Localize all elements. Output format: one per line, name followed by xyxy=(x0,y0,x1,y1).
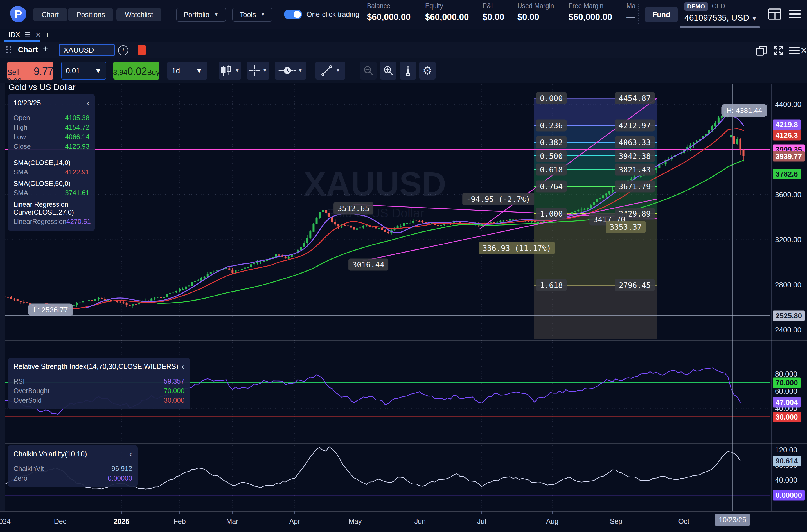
rsi-row: OverBought70.000 xyxy=(8,386,190,396)
chevron-down-icon: ▼ xyxy=(95,66,102,75)
chart-window-title: Chart xyxy=(18,45,38,54)
timeframe-dropdown[interactable]: 1d ▼ xyxy=(167,61,207,80)
stat-equity: Equity$60,000.00 xyxy=(425,2,469,22)
workspace-tab-bar: IDX ☰ ✕ + xyxy=(0,29,807,42)
fullscreen-icon[interactable] xyxy=(773,45,784,57)
app-logo[interactable]: P xyxy=(10,6,26,22)
chart-canvas[interactable]: Gold vs US Dollar XAUUSD Gold vs US Doll… xyxy=(0,83,807,532)
tab-close-icon[interactable]: ✕ xyxy=(35,31,41,39)
interval-marker-button[interactable]: ▼ xyxy=(275,61,306,80)
chaikin-row: ChaikinVlt96.912 xyxy=(8,464,138,474)
indicator-section-title: Linear Regression Curve(CLOSE,27,0) xyxy=(8,198,95,217)
nav-positions-button[interactable]: Positions xyxy=(68,8,113,21)
chaikin-info-panel: Chaikin Volatility(10,10) ‹ ChaikinVlt96… xyxy=(8,445,138,487)
demo-badge: DEMO xyxy=(685,2,708,11)
crosshair-tool-button[interactable]: ▼ xyxy=(247,61,269,80)
zoom-out-button[interactable] xyxy=(360,61,377,80)
ohlc-row: High4154.72 xyxy=(8,122,95,132)
indicator-row: LinearRegression4270.51 xyxy=(8,217,95,226)
drag-handle-icon[interactable] xyxy=(6,46,12,53)
account-id: 461097535, USD xyxy=(685,13,749,22)
portfolio-dropdown[interactable]: Portfolio ▼ xyxy=(176,7,226,22)
chaikin-row: Zero0.00000 xyxy=(8,474,138,483)
drawing-tool-button[interactable]: ▼ xyxy=(315,61,345,80)
chevron-down-icon: ▼ xyxy=(752,16,757,22)
tab-idx[interactable]: IDX ☰ ✕ xyxy=(8,31,41,39)
rsi-row: RSI59.357 xyxy=(8,377,190,386)
tab-idx-label: IDX xyxy=(8,31,20,39)
volume-dropdown[interactable]: 0.01 ▼ xyxy=(61,61,106,80)
buy-button[interactable]: 3,940.02 Buy xyxy=(113,61,159,80)
stat-free-margin: Free Margin$60,000.00 xyxy=(569,2,612,22)
chevron-down-icon: ▼ xyxy=(261,12,265,17)
nav-chart-button[interactable]: Chart xyxy=(33,8,67,21)
portfolio-dropdown-label: Portfolio xyxy=(184,11,210,19)
indicator-section-title: SMA(CLOSE,50,0) xyxy=(8,177,95,188)
ohlc-info-panel: 10/23/25 ‹ Open4105.38High4154.72Low4066… xyxy=(8,94,95,231)
nav-watchlist-button[interactable]: Watchlist xyxy=(116,8,161,21)
timeframe-value: 1d xyxy=(172,66,180,75)
one-click-trading-toggle[interactable] xyxy=(284,10,302,19)
rsi-row: OverSold30.000 xyxy=(8,396,190,405)
divider xyxy=(763,4,764,24)
chart-menu-icon[interactable] xyxy=(789,46,800,56)
tools-dropdown-label: Tools xyxy=(239,11,256,19)
settings-gear-icon[interactable]: ⚙ xyxy=(419,61,436,80)
hovered-date: 10/23/25 xyxy=(14,99,41,107)
divider xyxy=(638,4,639,24)
collapse-panel-icon[interactable]: ‹ xyxy=(129,449,132,459)
duplicate-window-icon[interactable] xyxy=(756,45,767,57)
tools-dropdown[interactable]: Tools ▼ xyxy=(232,7,272,22)
volume-value: 0.01 xyxy=(66,66,80,75)
info-icon[interactable]: i xyxy=(118,45,128,55)
stat-balance: Balance$60,000.00 xyxy=(367,2,410,22)
account-underline xyxy=(679,26,760,28)
chaikin-panel-title: Chaikin Volatility(10,10) xyxy=(14,450,87,458)
rsi-info-panel: Relative Strength Index(14,70,30,CLOSE,W… xyxy=(8,358,190,409)
pane-gutter xyxy=(0,83,5,511)
ohlc-row: Open4105.38 xyxy=(8,113,95,122)
indicator-section-title: SMA(CLOSE,14,0) xyxy=(8,156,95,167)
add-tab-button[interactable]: + xyxy=(44,30,50,40)
rsi-panel-title: Relative Strength Index(14,70,30,CLOSE,W… xyxy=(14,362,178,370)
sell-button[interactable]: Sell 3,939.77 xyxy=(7,61,53,80)
chart-window-bar: Chart + i ✕ xyxy=(0,42,807,58)
close-chart-icon[interactable]: ✕ xyxy=(800,45,807,55)
fund-button[interactable]: Fund xyxy=(645,7,678,22)
chart-type-button[interactable]: ▼ xyxy=(219,61,241,80)
collapse-panel-icon[interactable]: ‹ xyxy=(87,98,90,108)
layout-panels-icon[interactable] xyxy=(768,8,781,21)
chevron-down-icon: ▼ xyxy=(195,66,203,75)
indicator-row: SMA3741.61 xyxy=(8,188,95,198)
zoom-in-button[interactable] xyxy=(380,61,397,80)
one-click-trading-label: One-click trading xyxy=(307,11,359,19)
chevron-down-icon: ▼ xyxy=(214,12,219,17)
chart-color-indicator[interactable] xyxy=(138,45,146,55)
account-type-label: CFD xyxy=(712,2,725,10)
account-selector[interactable]: DEMO CFD 461097535, USD ▼ xyxy=(685,2,757,22)
ohlc-row: Low4066.14 xyxy=(8,132,95,142)
stat-margin-level: Ma— xyxy=(627,2,638,22)
indicator-row: SMA4122.91 xyxy=(8,167,95,177)
stat-used-margin: Used Margin$0.00 xyxy=(517,2,554,22)
collapse-panel-icon[interactable]: ‹ xyxy=(181,362,185,371)
chart-toolbar: Sell 3,939.77 0.01 ▼ 3,940.02 Buy 1d ▼ ▼… xyxy=(0,58,807,83)
menu-icon[interactable] xyxy=(789,10,801,20)
symbol-input[interactable] xyxy=(59,44,115,56)
ohlc-row: Close4125.93 xyxy=(8,142,95,151)
chart-title: Gold vs US Dollar xyxy=(8,82,75,92)
top-bar: P Chart Positions Watchlist Portfolio ▼ … xyxy=(0,0,807,29)
indicators-flask-icon[interactable] xyxy=(400,61,416,80)
stat-pnl: P&L$0.00 xyxy=(482,2,504,22)
add-chart-button[interactable]: + xyxy=(43,43,49,54)
tab-menu-icon[interactable]: ☰ xyxy=(25,31,31,39)
